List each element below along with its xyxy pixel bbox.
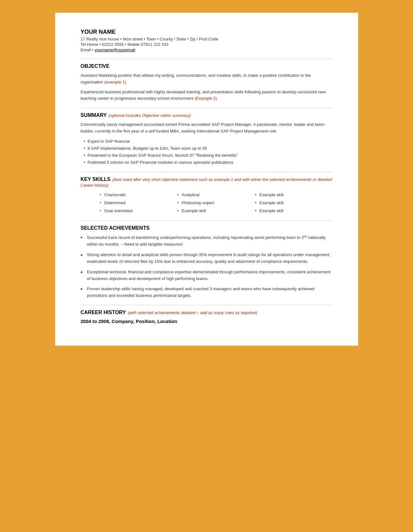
address-line: 17 Really nice house • Nice street • Tow… xyxy=(81,37,333,41)
summary-section: SUMMARY(optional includes Objective with… xyxy=(81,112,333,166)
summary-title: SUMMARY xyxy=(81,112,107,118)
career-history-section: CAREER HISTORY(with selected achievement… xyxy=(81,310,333,324)
summary-bullets: Expert in SAP financial 8 SAP Implementa… xyxy=(81,138,333,166)
header-section: YOUR NAME 17 Really nice house • Nice st… xyxy=(81,29,333,52)
resume-page: YOUR NAME 17 Really nice house • Nice st… xyxy=(55,13,358,346)
divider-2 xyxy=(81,108,333,108)
divider-3 xyxy=(81,172,333,172)
achievement-1: Successful track record of transforming … xyxy=(81,234,333,248)
skill-col1-2: Determined xyxy=(100,199,177,207)
skill-col3-2: Example skill xyxy=(255,199,332,207)
achievements-section: SELECTED ACHIEVEMENTS Successful track r… xyxy=(81,225,333,299)
career-history-title: CAREER HISTORY xyxy=(81,310,126,315)
achievements-list: Successful track record of transforming … xyxy=(81,234,333,299)
key-skills-note: (best used after very short objective st… xyxy=(81,177,332,188)
summary-bullet-2: 8 SAP Implementations, Budgets up to £3m… xyxy=(84,145,333,152)
summary-bullet-4: Published 5 articles on SAP Financial mo… xyxy=(84,159,333,166)
objective-section: OBJECTIVE Assistant Marketing position t… xyxy=(81,63,333,102)
objective-p2-note: (Example 2) xyxy=(195,96,217,101)
skill-col2-1: Analytical xyxy=(177,191,255,199)
skill-col2-3: Example skill xyxy=(177,207,255,215)
summary-bullet-3: Presented to the European SAP finance fo… xyxy=(84,152,333,159)
summary-body: Commercially savvy management accountant… xyxy=(81,121,333,135)
skill-col3-3: Example skill xyxy=(255,207,332,215)
career-history-note: (with selected achievements detailed – a… xyxy=(128,310,257,315)
skill-col1-1: Charismatic xyxy=(100,191,177,199)
phone-line: Tel Home • 02222 5555 • Mobile 07911 222… xyxy=(81,42,333,47)
divider-5 xyxy=(81,305,333,305)
skill-col1-3: Goal orientated xyxy=(100,207,177,215)
achievements-title: SELECTED ACHIEVEMENTS xyxy=(81,225,333,231)
summary-title-note: (optional includes Objective within summ… xyxy=(109,113,191,118)
summary-title-row: SUMMARY(optional includes Objective with… xyxy=(81,112,333,118)
achievement-3: Exceptional technical, financial and com… xyxy=(81,269,333,282)
skills-col-2: Analytical Photoshop expert Example skil… xyxy=(177,191,255,215)
skills-col-1: Charismatic Determined Goal orientated xyxy=(100,191,177,215)
objective-title: OBJECTIVE xyxy=(81,63,333,69)
objective-paragraph-2: Experienced business professional with h… xyxy=(81,89,333,102)
candidate-name: YOUR NAME xyxy=(81,29,333,35)
skills-col-3: Example skill Example skill Example skil… xyxy=(255,191,332,215)
objective-paragraph-1: Assistant Marketing position that utilis… xyxy=(81,72,333,86)
skill-col2-2: Photoshop expert xyxy=(177,199,255,207)
achievement-4: Proven leadership skills having managed,… xyxy=(81,286,333,299)
summary-bullet-1: Expert in SAP financial xyxy=(84,138,333,145)
divider-1 xyxy=(81,59,333,59)
achievement-1-sup: nd xyxy=(304,235,307,238)
key-skills-section: KEY SKILLS(best used after very short ob… xyxy=(81,176,333,215)
divider-4 xyxy=(81,220,333,221)
achievement-2: Strong attention to detail and analytica… xyxy=(81,252,333,265)
achievement-1-text-before: Successful track record of transforming … xyxy=(87,235,304,240)
key-skills-title-row: KEY SKILLS(best used after very short ob… xyxy=(81,176,333,188)
email-link[interactable]: yourname@youremail xyxy=(95,47,135,52)
career-position: 2004 to 2008, Company, Position, Locatio… xyxy=(81,319,333,324)
objective-p1-note: (example 1) xyxy=(104,80,126,84)
skills-grid: Charismatic Determined Goal orientated A… xyxy=(81,191,333,215)
skill-col3-1: Example skill xyxy=(255,191,332,199)
key-skills-title: KEY SKILLS xyxy=(81,176,111,182)
career-history-title-row: CAREER HISTORY(with selected achievement… xyxy=(81,310,333,315)
email-prefix: Email • xyxy=(81,47,95,52)
email-line: Email • yourname@youremail xyxy=(81,47,333,52)
